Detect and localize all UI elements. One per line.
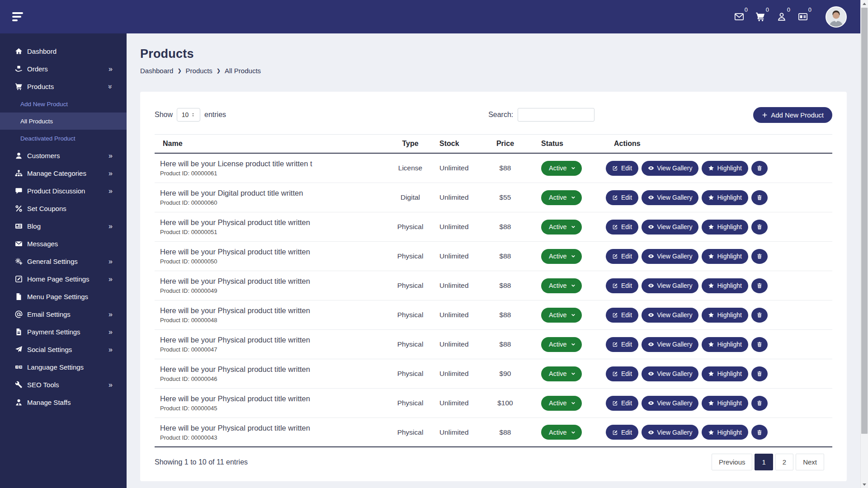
- highlight-button[interactable]: Highlight: [702, 308, 748, 323]
- delete-button[interactable]: [751, 220, 768, 235]
- edit-button[interactable]: Edit: [606, 249, 638, 264]
- sidebar-item-menu-page-settings[interactable]: Menu Page Settings: [0, 288, 127, 305]
- view-gallery-button[interactable]: View Gallery: [642, 190, 698, 205]
- status-dropdown[interactable]: Active: [541, 161, 582, 176]
- id-card-icon-badge[interactable]: 0: [798, 12, 808, 22]
- scrollbar-thumb[interactable]: [861, 8, 868, 434]
- edit-button[interactable]: Edit: [606, 337, 638, 352]
- view-gallery-button[interactable]: View Gallery: [642, 220, 698, 235]
- column-header-name: Name: [155, 140, 389, 148]
- sidebar-item-messages[interactable]: Messages: [0, 235, 127, 253]
- sidebar-item-home-page-settings[interactable]: Home Page Settings »: [0, 270, 127, 288]
- sidebar-item-product-discussion[interactable]: Product Discussion »: [0, 182, 127, 200]
- highlight-button[interactable]: Highlight: [702, 337, 748, 352]
- sidebar-item-manage-staffs[interactable]: Manage Staffs: [0, 394, 127, 411]
- chevron-down-icon: [571, 313, 576, 317]
- pagination-1[interactable]: 1: [755, 454, 773, 470]
- sidebar-item-dashbord[interactable]: Dashbord: [0, 42, 127, 60]
- status-dropdown[interactable]: Active: [541, 425, 582, 440]
- delete-button[interactable]: [751, 308, 768, 323]
- sidebar-item-products[interactable]: Products »: [0, 78, 127, 95]
- delete-button[interactable]: [751, 337, 768, 352]
- highlight-button[interactable]: Highlight: [702, 396, 748, 411]
- view-gallery-button[interactable]: View Gallery: [642, 249, 698, 264]
- table-row: Here will be your Digital product title …: [155, 183, 832, 212]
- edit-button[interactable]: Edit: [606, 308, 638, 323]
- edit-button[interactable]: Edit: [606, 161, 638, 176]
- cart-o-icon-badge[interactable]: 0: [755, 12, 765, 22]
- status-dropdown[interactable]: Active: [541, 190, 582, 205]
- pagination-previous[interactable]: Previous: [712, 454, 752, 470]
- pagination-2[interactable]: 2: [775, 454, 793, 470]
- delete-button[interactable]: [751, 425, 768, 440]
- sidebar-item-social-settings[interactable]: Social Settings »: [0, 341, 127, 358]
- highlight-button[interactable]: Highlight: [702, 249, 748, 264]
- sidebar-item-orders[interactable]: Orders »: [0, 60, 127, 78]
- envelope-o-icon-badge[interactable]: 0: [734, 12, 744, 22]
- sidebar-subitem-all-products[interactable]: All Products: [0, 113, 127, 130]
- delete-button[interactable]: [751, 161, 768, 176]
- highlight-button[interactable]: Highlight: [702, 425, 748, 440]
- sidebar-item-language-settings[interactable]: AB Language Settings: [0, 358, 127, 376]
- scrollbar-down-arrow-icon[interactable]: [861, 481, 868, 488]
- breadcrumb-dashboard[interactable]: Dashboard: [140, 67, 173, 75]
- view-gallery-button[interactable]: View Gallery: [642, 425, 698, 440]
- status-dropdown[interactable]: Active: [541, 366, 582, 381]
- view-gallery-button[interactable]: View Gallery: [642, 396, 698, 411]
- view-gallery-button[interactable]: View Gallery: [642, 278, 698, 293]
- status-dropdown[interactable]: Active: [541, 278, 582, 293]
- status-dropdown[interactable]: Active: [541, 249, 582, 264]
- status-dropdown[interactable]: Active: [541, 308, 582, 323]
- show-label: Show: [155, 111, 173, 119]
- product-title: Here will be your Physical product title…: [160, 336, 389, 344]
- search-input[interactable]: [518, 108, 594, 122]
- breadcrumb-products[interactable]: Products: [186, 67, 212, 75]
- sidebar-item-email-settings[interactable]: Email Settings »: [0, 305, 127, 323]
- edit-button[interactable]: Edit: [606, 278, 638, 293]
- delete-button[interactable]: [751, 249, 768, 264]
- user-avatar[interactable]: [826, 6, 847, 28]
- highlight-button[interactable]: Highlight: [702, 366, 748, 381]
- sidebar-subitem-add-new-product[interactable]: Add New Product: [0, 95, 127, 113]
- user-o-icon-badge[interactable]: 0: [777, 12, 787, 22]
- edit-button[interactable]: Edit: [606, 425, 638, 440]
- sidebar-item-general-settings[interactable]: General Settings »: [0, 253, 127, 270]
- status-dropdown[interactable]: Active: [541, 337, 582, 352]
- sidebar-item-payment-settings[interactable]: Payment Settings »: [0, 323, 127, 341]
- pagination-next[interactable]: Next: [796, 454, 824, 470]
- view-gallery-button[interactable]: View Gallery: [642, 308, 698, 323]
- showing-entries-text: Showing 1 to 10 of 11 entries: [155, 458, 248, 466]
- add-new-product-button[interactable]: Add New Product: [753, 107, 832, 123]
- edit-button[interactable]: Edit: [606, 190, 638, 205]
- sidebar-item-set-coupons[interactable]: Set Coupons: [0, 200, 127, 217]
- highlight-button[interactable]: Highlight: [702, 278, 748, 293]
- status-dropdown[interactable]: Active: [541, 220, 582, 235]
- edit-button[interactable]: Edit: [606, 220, 638, 235]
- highlight-button[interactable]: Highlight: [702, 220, 748, 235]
- page-size-select[interactable]: 10: [177, 108, 200, 122]
- delete-button[interactable]: [751, 396, 768, 411]
- view-gallery-button[interactable]: View Gallery: [642, 161, 698, 176]
- status-dropdown[interactable]: Active: [541, 396, 582, 411]
- sidebar-item-customers[interactable]: Customers »: [0, 147, 127, 164]
- view-gallery-button[interactable]: View Gallery: [642, 337, 698, 352]
- sidebar-item-manage-categories[interactable]: Manage Categories »: [0, 164, 127, 182]
- menu-toggle-icon[interactable]: [12, 12, 24, 21]
- home-icon: [15, 47, 23, 56]
- sidebar-item-seo-tools[interactable]: SEO Tools »: [0, 376, 127, 394]
- sidebar-item-label: General Settings: [27, 258, 78, 265]
- edit-button[interactable]: Edit: [606, 366, 638, 381]
- delete-button[interactable]: [751, 366, 768, 381]
- view-gallery-button[interactable]: View Gallery: [642, 366, 698, 381]
- sidebar-item-blog[interactable]: Blog »: [0, 217, 127, 235]
- delete-button[interactable]: [751, 190, 768, 205]
- highlight-button[interactable]: Highlight: [702, 190, 748, 205]
- sidebar-subitem-deactivated-product[interactable]: Deactivated Product: [0, 130, 127, 147]
- edit-button[interactable]: Edit: [606, 396, 638, 411]
- scrollbar-up-arrow-icon[interactable]: [861, 0, 868, 7]
- vertical-scrollbar[interactable]: [860, 0, 868, 488]
- highlight-button[interactable]: Highlight: [702, 161, 748, 176]
- eye-icon: [648, 194, 654, 201]
- delete-button[interactable]: [751, 278, 768, 293]
- page-button-label: Next: [803, 458, 817, 466]
